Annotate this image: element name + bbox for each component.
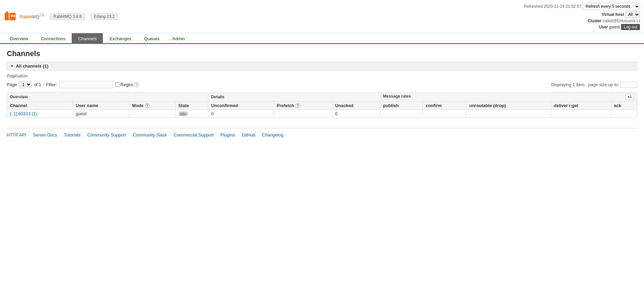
page-select[interactable]: 1	[19, 81, 32, 88]
filter-input[interactable]	[59, 81, 113, 88]
refreshed-timestamp: Refreshed 2020-11-24 21:32:57	[524, 4, 582, 9]
svg-rect-1	[6, 11, 8, 14]
page-title: Channels	[7, 49, 637, 58]
cell-unroutable-drop	[466, 110, 551, 118]
arrow-down-icon: ▼	[10, 64, 14, 68]
footer-link-http-api[interactable]: HTTP API	[7, 132, 26, 137]
page-label: Page	[7, 82, 17, 87]
nav-item-queues[interactable]: Queues	[138, 33, 166, 44]
nav-item-connections[interactable]: Connections	[34, 33, 72, 44]
regex-help-icon[interactable]: ?	[134, 82, 139, 87]
cell-state: idle	[175, 110, 208, 118]
svg-rect-4	[14, 15, 15, 17]
channel-link[interactable]: [::1]:60313 (1)	[10, 111, 37, 116]
prefetch-help-icon[interactable]: ?	[295, 103, 300, 108]
group-header-row: Overview Details Message rates +/-	[7, 93, 637, 102]
cluster-row: Cluster rabbit@EHosseini-Lt	[524, 19, 640, 23]
logo-mq: MQ	[32, 14, 40, 19]
col-header-prefetch: Prefetch ?	[274, 102, 332, 110]
col-header-confirm: confirm	[423, 102, 466, 110]
group-message-rates: Message rates +/-	[380, 93, 637, 102]
of-label: of 1	[34, 82, 41, 87]
content: Channels ▼ All channels (1) Pagination P…	[0, 44, 644, 147]
user-value: guest	[609, 25, 620, 29]
erlang-version: Erlang 23.1	[91, 13, 118, 20]
display-info: Displaying 1 item , page size up to: 100	[551, 81, 637, 88]
cluster-label: Cluster	[588, 19, 601, 23]
rabbitmq-logo-icon	[4, 10, 17, 23]
virtual-host-label: Virtual host	[602, 12, 624, 17]
cell-prefetch	[274, 110, 332, 118]
footer-link-community-slack[interactable]: Community Slack	[133, 132, 167, 137]
regex-checkbox[interactable]	[115, 82, 120, 87]
logo-area: RabbitMQTM RabbitMQ 3.8.9 Erlang 23.1	[4, 10, 118, 23]
nav-item-channels[interactable]: Channels	[72, 33, 103, 44]
nav-item-exchanges[interactable]: Exchanges	[103, 33, 137, 44]
regex-text: Regex	[121, 82, 133, 87]
footer-link-tutorials[interactable]: Tutorials	[64, 132, 80, 137]
nav-item-overview[interactable]: Overview	[3, 33, 34, 44]
user-row: User guest Log out	[524, 24, 640, 30]
logout-button[interactable]: Log out	[621, 24, 640, 30]
header-right: Refreshed 2020-11-24 21:32:57 Refresh ev…	[524, 3, 640, 30]
nav-item-admin[interactable]: Admin	[166, 33, 191, 44]
col-header-unroutable-drop: unroutable (drop)	[466, 102, 551, 110]
col-header-ack: ack	[611, 102, 637, 110]
col-header-publish: publish	[380, 102, 423, 110]
user-label: User	[599, 25, 608, 29]
group-message-rates-label: Message rates	[383, 94, 411, 99]
virtual-host-row: Virtual host All /	[524, 11, 640, 18]
page-size-input[interactable]: 100	[620, 81, 637, 88]
section-header-all-channels[interactable]: ▼ All channels (1)	[7, 61, 637, 71]
group-overview: Overview	[7, 93, 208, 102]
rabbitmq-version: RabbitMQ 3.8.9	[50, 13, 85, 20]
footer-link-plugins[interactable]: Plugins	[221, 132, 235, 137]
col-header-state: State	[175, 102, 208, 110]
col-header-username: User name	[73, 102, 129, 110]
col-header-unconfirmed: Unconfirmed	[208, 102, 274, 110]
channels-table: Overview Details Message rates +/- Chann…	[7, 92, 637, 118]
section-title: All channels (1)	[16, 63, 48, 69]
table-row: [::1]:60313 (1) guest idle 0 0	[7, 110, 637, 118]
cell-publish	[380, 110, 423, 118]
col-header-unacked: Unacked	[332, 102, 380, 110]
footer-link-changelog[interactable]: Changelog	[262, 132, 283, 137]
col-header-deliver-get: deliver / get	[551, 102, 611, 110]
header: RabbitMQTM RabbitMQ 3.8.9 Erlang 23.1 Re…	[0, 0, 644, 33]
nav: Overview Connections Channels Exchanges …	[0, 33, 644, 44]
cell-ack	[611, 110, 637, 118]
footer-link-github[interactable]: GitHub	[242, 132, 255, 137]
regex-label: Regex ?	[115, 82, 139, 87]
pagination-controls: Page 1 of 1 - Filter: Regex ? Displaying…	[7, 81, 637, 88]
pagination-label: Pagination	[7, 73, 637, 78]
footer-link-server-docs[interactable]: Server Docs	[33, 132, 57, 137]
logo-rabbit: Rabbit	[20, 14, 32, 19]
col-mode-text: Mode	[132, 103, 144, 108]
filter-label: - Filter:	[43, 82, 57, 87]
displaying-text: Displaying 1 item , page size up to:	[551, 82, 619, 87]
cell-confirm	[423, 110, 466, 118]
cell-mode	[129, 110, 176, 118]
channels-tbody: [::1]:60313 (1) guest idle 0 0	[7, 110, 637, 118]
cell-deliver-get	[551, 110, 611, 118]
footer-link-community-support[interactable]: Community Support	[87, 132, 126, 137]
refreshed-row: Refreshed 2020-11-24 21:32:57 Refresh ev…	[524, 3, 640, 10]
column-header-row: Channel User name Mode ? State Unconfirm…	[7, 102, 637, 110]
cell-channel: [::1]:60313 (1)	[7, 110, 73, 118]
col-prefetch-text: Prefetch	[277, 103, 294, 108]
footer-link-commercial-support[interactable]: Commercial Support	[174, 132, 214, 137]
cell-username: guest	[73, 110, 129, 118]
cluster-value: rabbit@EHosseini-Lt	[603, 19, 640, 23]
virtual-host-select[interactable]: All /	[625, 11, 640, 18]
plus-minus-button[interactable]: +/-	[625, 94, 634, 100]
cell-unconfirmed: 0	[208, 110, 274, 118]
svg-rect-3	[11, 15, 13, 17]
logo-text: RabbitMQTM	[20, 14, 44, 19]
footer: HTTP API Server Docs Tutorials Community…	[7, 128, 637, 142]
state-idle-badge: idle	[178, 111, 188, 116]
group-details: Details	[208, 93, 380, 102]
mode-help-icon[interactable]: ?	[145, 103, 150, 108]
refresh-select[interactable]: Refresh every 5 seconds Refresh every 10…	[583, 3, 640, 10]
col-header-channel: Channel	[7, 102, 73, 110]
cell-unacked: 0	[332, 110, 380, 118]
